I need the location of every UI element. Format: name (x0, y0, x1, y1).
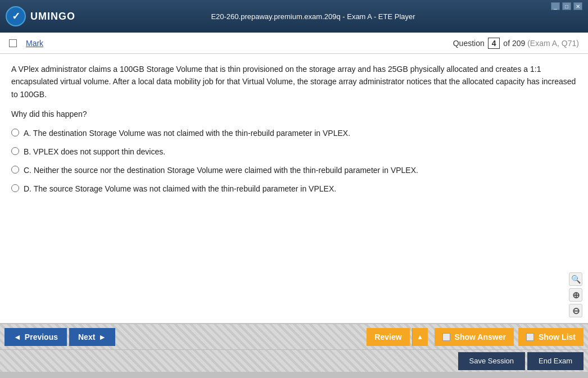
show-answer-checkbox (442, 333, 450, 341)
main-content: A VPlex administrator claims a 100GB Sto… (0, 54, 588, 324)
next-button[interactable]: Next ► (69, 328, 115, 346)
logo-text: UMINGO (30, 11, 75, 22)
mark-link[interactable]: Mark (26, 39, 43, 48)
question-number: 4 (488, 38, 500, 49)
option-d-text: D. The source Storage Volume was not cla… (24, 183, 336, 195)
zoom-in-icon[interactable]: ⊕ (569, 288, 582, 302)
minimize-button[interactable]: _ (551, 2, 560, 10)
show-list-button[interactable]: Show List (518, 328, 584, 346)
question-label: Question (453, 39, 485, 48)
show-list-checkbox (526, 333, 534, 341)
option-d[interactable]: D. The source Storage Volume was not cla… (11, 183, 577, 195)
option-c[interactable]: C. Neither the source nor the destinatio… (11, 165, 577, 176)
radio-b[interactable] (11, 147, 19, 155)
end-exam-button[interactable]: End Exam (527, 352, 584, 370)
maximize-button[interactable]: □ (562, 2, 571, 10)
bottom-nav: ◄ Previous Next ► Review ▲ Show Answer S… (0, 324, 588, 349)
close-button[interactable]: ✕ (573, 2, 582, 10)
option-b-text: B. VPLEX does not support thin devices. (24, 146, 165, 158)
question-total: of 209 (503, 39, 525, 48)
next-arrow-icon: ► (98, 333, 106, 341)
logo-icon: ✓ (6, 6, 26, 26)
show-list-label: Show List (539, 333, 576, 341)
option-c-text: C. Neither the source nor the destinatio… (24, 165, 418, 176)
review-button[interactable]: Review (367, 328, 409, 346)
question-info: Question 4 of 209 (Exam A, Q71) (453, 38, 579, 49)
zoom-out-icon[interactable]: ⊖ (569, 304, 582, 317)
save-session-button[interactable]: Save Session (458, 352, 526, 370)
answer-options: A. The destination Storage Volume was no… (11, 127, 577, 195)
search-icon[interactable]: 🔍 (569, 272, 582, 286)
previous-button[interactable]: ◄ Previous (4, 328, 67, 346)
save-end-row: Save Session End Exam (0, 349, 588, 372)
window-title: E20-260.prepaway.premium.exam.209q - Exa… (75, 12, 551, 21)
show-answer-button[interactable]: Show Answer (435, 328, 514, 346)
review-dropdown-button[interactable]: ▲ (412, 328, 428, 346)
mark-checkbox[interactable] (9, 39, 17, 47)
option-a-text: A. The destination Storage Volume was no… (24, 127, 350, 139)
show-answer-label: Show Answer (455, 333, 506, 341)
why-text: Why did this happen? (11, 110, 577, 119)
review-label: Review (374, 333, 401, 341)
radio-a[interactable] (11, 129, 19, 136)
radio-d[interactable] (11, 184, 19, 192)
option-a[interactable]: A. The destination Storage Volume was no… (11, 127, 577, 139)
title-bar: ✓ UMINGO E20-260.prepaway.premium.exam.2… (0, 0, 588, 33)
question-text: A VPlex administrator claims a 100GB Sto… (11, 63, 577, 101)
prev-arrow-icon: ◄ (13, 333, 21, 341)
next-label: Next (78, 333, 95, 341)
chevron-up-icon: ▲ (417, 333, 423, 341)
question-extra: (Exam A, Q71) (527, 39, 579, 48)
previous-label: Previous (25, 333, 58, 341)
logo-area: ✓ UMINGO (6, 6, 75, 26)
radio-c[interactable] (11, 166, 19, 174)
option-b[interactable]: B. VPLEX does not support thin devices. (11, 146, 577, 158)
toolbar: Mark Question 4 of 209 (Exam A, Q71) (0, 33, 588, 54)
side-icons: 🔍 ⊕ ⊖ (569, 272, 582, 317)
window-controls: _ □ ✕ (551, 0, 582, 10)
